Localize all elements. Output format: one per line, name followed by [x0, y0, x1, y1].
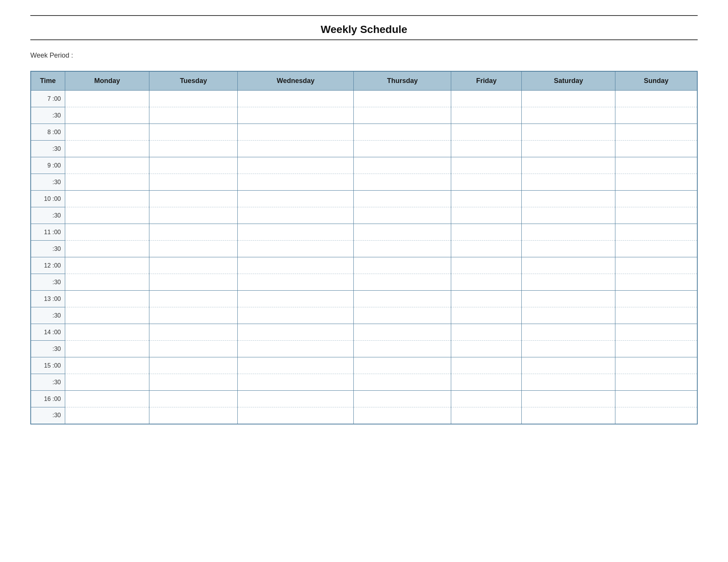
- data-cell: [451, 207, 522, 224]
- time-cell: 10 :00: [31, 191, 65, 207]
- data-cell: [149, 374, 238, 391]
- data-cell: [522, 207, 615, 224]
- time-cell: :30: [31, 374, 65, 391]
- data-cell: [451, 407, 522, 424]
- table-row: :30: [31, 341, 697, 357]
- data-cell: [65, 141, 149, 157]
- data-cell: [615, 341, 697, 357]
- data-cell: [65, 157, 149, 174]
- data-cell: [238, 391, 354, 407]
- data-cell: [522, 141, 615, 157]
- data-cell: [149, 91, 238, 107]
- time-cell: 9 :00: [31, 157, 65, 174]
- data-cell: [615, 107, 697, 124]
- data-cell: [354, 307, 451, 324]
- data-cell: [65, 174, 149, 191]
- table-row: :30: [31, 174, 697, 191]
- data-cell: [149, 224, 238, 241]
- data-cell: [451, 157, 522, 174]
- data-cell: [522, 374, 615, 391]
- schedule-table: TimeMondayTuesdayWednesdayThursdayFriday…: [30, 71, 698, 424]
- data-cell: [615, 374, 697, 391]
- data-cell: [65, 391, 149, 407]
- table-header-row: TimeMondayTuesdayWednesdayThursdayFriday…: [31, 71, 697, 91]
- data-cell: [451, 291, 522, 307]
- day-header-saturday: Saturday: [522, 71, 615, 91]
- time-cell: 15 :00: [31, 357, 65, 374]
- table-row: 13 :00: [31, 291, 697, 307]
- data-cell: [615, 191, 697, 207]
- data-cell: [615, 124, 697, 141]
- table-row: :30: [31, 141, 697, 157]
- data-cell: [354, 241, 451, 257]
- data-cell: [451, 107, 522, 124]
- data-cell: [149, 357, 238, 374]
- data-cell: [615, 257, 697, 274]
- data-cell: [238, 407, 354, 424]
- data-cell: [238, 207, 354, 224]
- table-row: :30: [31, 274, 697, 291]
- table-row: 11 :00: [31, 224, 697, 241]
- day-header-friday: Friday: [451, 71, 522, 91]
- data-cell: [615, 207, 697, 224]
- data-cell: [238, 307, 354, 324]
- data-cell: [149, 341, 238, 357]
- title-section: Weekly Schedule: [30, 20, 698, 40]
- data-cell: [522, 124, 615, 141]
- data-cell: [451, 274, 522, 291]
- data-cell: [451, 141, 522, 157]
- data-cell: [149, 141, 238, 157]
- data-cell: [238, 357, 354, 374]
- data-cell: [522, 257, 615, 274]
- data-cell: [522, 241, 615, 257]
- data-cell: [149, 324, 238, 341]
- data-cell: [615, 157, 697, 174]
- time-cell: :30: [31, 407, 65, 424]
- data-cell: [354, 191, 451, 207]
- data-cell: [451, 224, 522, 241]
- data-cell: [451, 374, 522, 391]
- data-cell: [65, 241, 149, 257]
- data-cell: [354, 124, 451, 141]
- data-cell: [615, 174, 697, 191]
- data-cell: [615, 307, 697, 324]
- time-cell: 11 :00: [31, 224, 65, 241]
- time-cell: :30: [31, 241, 65, 257]
- data-cell: [238, 241, 354, 257]
- data-cell: [522, 107, 615, 124]
- data-cell: [149, 124, 238, 141]
- data-cell: [65, 324, 149, 341]
- time-cell: 7 :00: [31, 91, 65, 107]
- data-cell: [522, 407, 615, 424]
- time-cell: 8 :00: [31, 124, 65, 141]
- table-row: :30: [31, 407, 697, 424]
- data-cell: [615, 141, 697, 157]
- data-cell: [354, 157, 451, 174]
- data-cell: [451, 324, 522, 341]
- data-cell: [354, 91, 451, 107]
- data-cell: [238, 291, 354, 307]
- data-cell: [451, 191, 522, 207]
- data-cell: [451, 307, 522, 324]
- data-cell: [354, 274, 451, 291]
- data-cell: [238, 341, 354, 357]
- data-cell: [451, 174, 522, 191]
- data-cell: [149, 391, 238, 407]
- data-cell: [522, 357, 615, 374]
- day-header-sunday: Sunday: [615, 71, 697, 91]
- data-cell: [615, 274, 697, 291]
- data-cell: [149, 407, 238, 424]
- data-cell: [451, 341, 522, 357]
- data-cell: [238, 191, 354, 207]
- data-cell: [522, 174, 615, 191]
- data-cell: [451, 124, 522, 141]
- data-cell: [65, 91, 149, 107]
- data-cell: [238, 124, 354, 141]
- page-title: Weekly Schedule: [321, 23, 407, 35]
- data-cell: [238, 91, 354, 107]
- data-cell: [615, 391, 697, 407]
- table-row: :30: [31, 107, 697, 124]
- data-cell: [615, 224, 697, 241]
- table-row: 9 :00: [31, 157, 697, 174]
- time-cell: :30: [31, 141, 65, 157]
